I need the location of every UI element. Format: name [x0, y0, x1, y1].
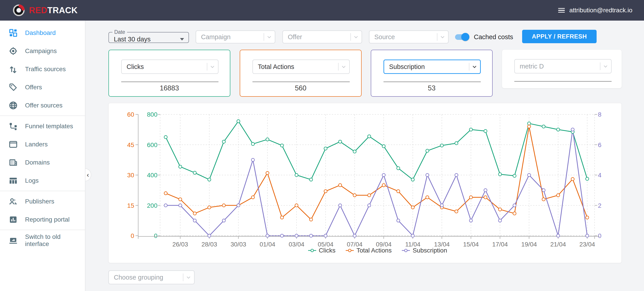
metric-select-2[interactable]: Total Actions — [252, 60, 350, 74]
svg-text:60: 60 — [127, 111, 134, 118]
legend-label: Subscription — [412, 247, 447, 254]
sidebar-item-publishers[interactable]: Publishers — [0, 192, 85, 210]
sidebar-item-offers[interactable]: Offers — [0, 78, 85, 96]
sidebar-divider — [0, 191, 85, 191]
people-icon — [8, 197, 18, 206]
sidebar-item-label: Dashboard — [25, 29, 56, 37]
sidebar-item-traffic-sources[interactable]: Traffic sources — [0, 60, 85, 78]
funnel-flow-icon — [8, 122, 18, 131]
source-select[interactable]: Source — [369, 31, 448, 44]
legend-item-clicks[interactable]: Clicks — [308, 247, 336, 254]
chart-legend: ClicksTotal ActionsSubscription — [160, 247, 594, 254]
campaign-select[interactable]: Campaign — [196, 31, 275, 44]
sidebar: DashboardCampaignsTraffic sourcesOffersO… — [0, 21, 86, 291]
sidebar-item-label: Offers — [25, 84, 42, 91]
metric-value-clicks: 16883 — [109, 84, 230, 92]
svg-text:800: 800 — [147, 111, 158, 118]
sidebar-item-offer-sources[interactable]: Offer sources — [0, 96, 85, 114]
sidebar-item-label: Switch to old interface — [25, 233, 85, 247]
tag-icon — [8, 83, 18, 92]
metric-select-4[interactable]: metric D — [514, 59, 612, 73]
chevron-down-icon — [354, 36, 358, 38]
date-label: Date — [112, 29, 127, 35]
user-menu[interactable]: attribution@redtrack.io — [558, 7, 632, 14]
grouping-select[interactable]: Choose grouping — [108, 270, 194, 284]
offer-placeholder: Offer — [288, 33, 302, 41]
chevron-down-icon — [342, 66, 346, 68]
logo[interactable]: REDTRACK — [12, 4, 78, 17]
building-icon — [8, 158, 18, 167]
sidebar-item-dashboard[interactable]: Dashboard — [0, 24, 85, 42]
legend-marker-icon — [345, 249, 354, 252]
cached-costs-toggle[interactable] — [455, 33, 469, 41]
svg-text:600: 600 — [147, 141, 158, 148]
sidebar-item-label: Logs — [25, 177, 39, 184]
metric-select-3[interactable]: Subscription — [384, 60, 481, 74]
line-chart[interactable]: 00015200230400445600660800826/0328/0330/… — [109, 103, 622, 264]
svg-text:6: 6 — [598, 141, 602, 148]
globe-icon — [8, 101, 18, 110]
sidebar-item-label: Traffic sources — [25, 66, 66, 73]
date-range-select[interactable]: Date Last 30 days — [108, 29, 189, 43]
svg-text:4: 4 — [598, 172, 602, 179]
sidebar-item-label: Offer sources — [25, 102, 62, 109]
chevron-left-icon: ‹ — [87, 171, 89, 179]
sidebar-item-label: Landers — [25, 141, 48, 148]
legend-item-subscription[interactable]: Subscription — [402, 247, 447, 254]
svg-text:8: 8 — [598, 111, 602, 118]
sidebar-divider — [0, 230, 85, 230]
sidebar-item-label: Funnel templates — [25, 123, 73, 130]
legend-marker-icon — [402, 249, 410, 252]
svg-text:0: 0 — [154, 232, 158, 239]
chevron-down-icon — [440, 36, 444, 38]
legend-item-total-actions[interactable]: Total Actions — [345, 247, 392, 254]
laptop-arrow-icon — [8, 236, 18, 245]
legend-label: Total Actions — [356, 247, 392, 254]
legend-label: Clicks — [319, 247, 336, 254]
topbar: REDTRACK attribution@redtrack.io — [0, 0, 644, 21]
sidebar-collapse-button[interactable]: ‹ — [85, 168, 91, 181]
metric-card-total-actions: Total Actions 560 — [240, 50, 362, 97]
date-value: Last 30 days — [114, 36, 150, 43]
sidebar-item-reporting-portal[interactable]: Reporting portal — [0, 210, 85, 228]
svg-text:2: 2 — [598, 202, 602, 209]
timeseries-chart-card: 00015200230400445600660800826/0328/0330/… — [108, 103, 622, 263]
svg-text:400: 400 — [147, 172, 158, 179]
metric-value-total-actions: 560 — [240, 84, 361, 92]
apply-refresh-button[interactable]: APPLY / REFRESH — [522, 30, 596, 43]
chevron-down-icon — [267, 36, 271, 38]
svg-text:200: 200 — [147, 202, 158, 209]
sidebar-item-label: Campaigns — [25, 48, 57, 55]
menu-icon[interactable] — [558, 8, 565, 13]
bar-chart-icon — [8, 215, 18, 224]
dashboard-grid-icon — [8, 28, 18, 38]
chevron-down-icon — [210, 66, 214, 68]
svg-text:45: 45 — [127, 141, 134, 148]
brand-name: REDTRACK — [29, 6, 78, 15]
chevron-down-icon — [186, 276, 190, 279]
target-icon — [8, 46, 18, 56]
offer-select[interactable]: Offer — [282, 31, 362, 44]
sidebar-item-landers[interactable]: Landers — [0, 135, 85, 153]
table-columns-icon — [8, 176, 18, 185]
metric-select-1[interactable]: Clicks — [121, 60, 218, 74]
svg-text:30: 30 — [127, 172, 134, 179]
metric-card-d: metric D — [502, 50, 622, 88]
sidebar-divider — [0, 116, 85, 116]
sidebar-item-switch-old-interface[interactable]: Switch to old interface — [0, 231, 85, 249]
sidebar-item-label: Reporting portal — [25, 216, 70, 223]
sidebar-item-campaigns[interactable]: Campaigns — [0, 42, 85, 60]
browser-window-icon — [8, 140, 18, 149]
chevron-down-icon — [472, 66, 476, 68]
user-email: attribution@redtrack.io — [569, 7, 632, 14]
metric-card-clicks: Clicks 16883 — [108, 50, 230, 97]
cached-costs-label: Cached costs — [474, 33, 513, 41]
sidebar-item-funnel-templates[interactable]: Funnel templates — [0, 117, 85, 135]
metric-value-subscription: 53 — [371, 84, 492, 92]
redtrack-dashboard: REDTRACK attribution@redtrack.io Dashboa… — [0, 0, 644, 291]
sidebar-item-domains[interactable]: Domains — [0, 153, 85, 171]
dropdown-arrow-icon — [180, 38, 184, 41]
sidebar-item-logs[interactable]: Logs — [0, 171, 85, 190]
sidebar-item-label: Domains — [25, 159, 50, 166]
svg-text:0: 0 — [130, 232, 134, 239]
